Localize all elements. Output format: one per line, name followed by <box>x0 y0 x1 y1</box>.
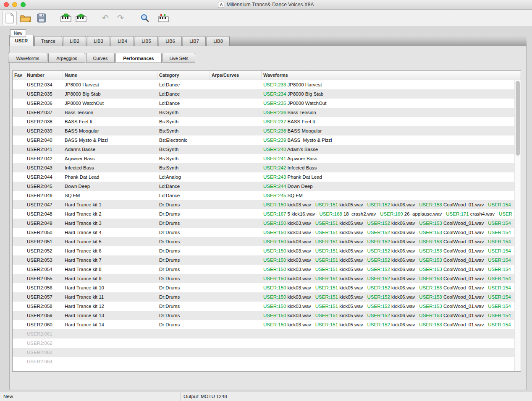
table-row[interactable]: USER2:035JP8000 Big StabLd:DanceUSER:234… <box>13 89 514 99</box>
waveform-id-link[interactable]: USER:150 <box>263 267 286 272</box>
waveform-id-link[interactable]: USER:152 <box>367 248 390 253</box>
waveform-id-link[interactable]: USER:239 <box>263 138 286 143</box>
undo-button[interactable]: ↶ <box>98 11 113 25</box>
keyboard-sync-button[interactable] <box>156 11 170 25</box>
waveform-id-link[interactable]: USER:152 <box>367 267 390 272</box>
waveform-id-link[interactable]: USER:151 <box>315 267 338 272</box>
table-row[interactable]: USER2:040BASS Mysto & PizziBs:Electronic… <box>13 135 514 145</box>
table-row[interactable]: USER2:051Hard Trance kit 5Dr:DrumsUSER:1… <box>13 237 514 246</box>
redo-button[interactable]: ↷ <box>113 11 128 25</box>
waveform-id-link[interactable]: USER:150 <box>263 248 286 253</box>
waveform-id-link[interactable]: USER:151 <box>315 221 338 226</box>
waveform-id-link[interactable]: USER:244 <box>263 184 286 189</box>
waveform-id-link[interactable]: USER:150 <box>263 276 286 281</box>
tab-performances[interactable]: Performances <box>115 53 162 63</box>
waveform-id-link[interactable]: USER:154 <box>488 322 511 327</box>
waveform-id-link[interactable]: USER:153 <box>419 239 442 244</box>
table-row[interactable]: USER2:062 <box>13 339 514 348</box>
waveform-id-link[interactable]: USER:234 <box>263 91 286 96</box>
table-row[interactable]: USER2:041Adam's BasseBs:SynthUSER:240 Ad… <box>13 145 514 154</box>
table-row[interactable]: USER2:048Hard Trance kit 2Dr:DrumsUSER:1… <box>13 209 514 219</box>
waveform-id-link[interactable]: USER:237 <box>263 119 286 124</box>
search-button[interactable] <box>138 11 152 25</box>
waveform-id-link[interactable]: USER:153 <box>419 258 442 263</box>
receive-from-keyboard-button[interactable] <box>59 11 73 25</box>
waveform-id-link[interactable]: USER:152 <box>367 258 390 263</box>
table-row[interactable]: USER2:038BASS Feel ItBs:SynthUSER:237 BA… <box>13 117 514 126</box>
open-button[interactable] <box>18 11 33 25</box>
waveform-id-link[interactable]: USER:151 <box>315 258 338 263</box>
tab-waveforms[interactable]: Waveforms <box>8 53 47 63</box>
waveform-id-link[interactable]: USER:242 <box>263 165 286 170</box>
table-row[interactable]: USER2:054Hard Trance kit 8Dr:DrumsUSER:1… <box>13 265 514 274</box>
vertical-scrollbar[interactable] <box>514 80 521 371</box>
waveform-id-link[interactable]: USER:153 <box>419 294 442 299</box>
bank-tab-lib3[interactable]: LIB3 <box>87 36 110 46</box>
waveform-id-link[interactable]: USER:150 <box>263 322 286 327</box>
table-row[interactable]: USER2:052Hard Trance kit 6Dr:DrumsUSER:1… <box>13 246 514 255</box>
waveform-id-link[interactable]: USER:150 <box>263 258 286 263</box>
table-row[interactable]: USER2:056Hard Trance kit 10Dr:DrumsUSER:… <box>13 283 514 292</box>
waveform-id-link[interactable]: USER:150 <box>263 313 286 318</box>
table-row[interactable]: USER2:049Hard Trance kit 3Dr:DrumsUSER:1… <box>13 219 514 228</box>
table-row[interactable]: USER2:050Hard Trance kit 4Dr:DrumsUSER:1… <box>13 228 514 237</box>
column-header-fav[interactable]: Fav <box>13 71 25 80</box>
waveform-id-link[interactable]: USER:154 <box>488 276 511 281</box>
table-row[interactable]: USER2:034JP8000 HarvestLd:DanceUSER:233 … <box>13 80 514 89</box>
waveform-id-link[interactable]: USER:153 <box>419 313 442 318</box>
waveform-id-link[interactable]: USER:153 <box>419 230 442 235</box>
waveform-id-link[interactable]: USER:154 <box>488 258 511 263</box>
bank-tab-lib7[interactable]: LIB7 <box>183 36 206 46</box>
waveform-id-link[interactable]: USER:171 <box>446 211 469 216</box>
tab-arpeggios[interactable]: Arpeggios <box>48 53 85 63</box>
waveform-id-link[interactable]: USER:150 <box>263 221 286 226</box>
column-header-number[interactable]: Number <box>25 71 63 80</box>
table-row[interactable]: USER2:039BASS MoogularBs:SynthUSER:238 B… <box>13 126 514 135</box>
waveform-id-link[interactable]: USER:152 <box>367 313 390 318</box>
waveform-id-link[interactable]: USER:153 <box>419 322 442 327</box>
waveform-id-link[interactable]: USER:154 <box>488 313 511 318</box>
bank-tab-lib8[interactable]: LIB8 <box>207 36 230 46</box>
waveform-id-link[interactable]: USER:169 <box>380 211 403 216</box>
waveform-id-link[interactable]: USER:168 <box>319 211 342 216</box>
table-row[interactable]: USER2:055Hard Trance kit 9Dr:DrumsUSER:1… <box>13 274 514 283</box>
waveform-id-link[interactable]: USER:153 <box>419 221 442 226</box>
waveform-id-link[interactable]: USER:154 <box>488 294 511 299</box>
waveform-id-link[interactable]: USER:150 <box>263 285 286 290</box>
waveform-id-link[interactable]: USER:153 <box>419 304 442 309</box>
waveform-id-link[interactable]: USER:233 <box>263 82 286 87</box>
tab-curves[interactable]: Curves <box>86 53 115 63</box>
waveform-id-link[interactable]: USER:238 <box>263 128 286 133</box>
waveform-id-link[interactable]: USER:152 <box>367 304 390 309</box>
waveform-id-link[interactable]: USER:153 <box>419 248 442 253</box>
waveform-id-link[interactable]: USER:154 <box>488 285 511 290</box>
table-row[interactable]: USER2:046SQ FMLd:DanceUSER:245 SQ FM <box>13 191 514 200</box>
waveform-id-link[interactable]: USER:152 <box>367 221 390 226</box>
table-row[interactable]: USER2:064 <box>13 357 514 366</box>
column-header-waveforms[interactable]: Waveforms <box>262 71 521 80</box>
waveform-id-link[interactable]: USER:153 <box>419 285 442 290</box>
waveform-id-link[interactable]: USER:154 <box>488 304 511 309</box>
table-row[interactable]: USER2:042Arpwner BassBs:SynthUSER:241 Ar… <box>13 154 514 163</box>
waveform-id-link[interactable]: USER:167 <box>263 211 286 216</box>
waveform-id-link[interactable]: USER:151 <box>315 322 338 327</box>
waveform-id-link[interactable]: USER:240 <box>263 147 286 152</box>
table-row[interactable]: USER2:057Hard Trance kit 11Dr:DrumsUSER:… <box>13 292 514 302</box>
waveform-id-link[interactable]: USER:154 <box>488 248 511 253</box>
waveform-id-link[interactable]: USER:154 <box>488 239 511 244</box>
table-row[interactable]: USER2:059Hard Trance kit 13Dr:DrumsUSER:… <box>13 311 514 320</box>
waveform-id-link[interactable]: USER:151 <box>315 230 338 235</box>
waveform-id-link[interactable]: USER:150 <box>263 239 286 244</box>
waveform-id-link[interactable]: USER:151 <box>315 239 338 244</box>
column-header-arps[interactable]: Arps/Curves <box>210 71 262 80</box>
waveform-id-link[interactable]: USER:153 <box>419 267 442 272</box>
table-row[interactable]: USER2:036JP8000 WatchOutLd:DanceUSER:235… <box>13 99 514 108</box>
waveform-id-link[interactable]: USER:151 <box>315 248 338 253</box>
waveform-id-link[interactable]: USER:151 <box>315 304 338 309</box>
waveform-id-link[interactable]: USER:243 <box>263 174 286 180</box>
waveform-id-link[interactable]: USER:150 <box>263 294 286 299</box>
bank-tab-lib4[interactable]: LIB4 <box>111 36 134 46</box>
table-row[interactable]: USER2:045Down DeepLd:DanceUSER:244 Down … <box>13 182 514 191</box>
bank-tab-lib2[interactable]: LIB2 <box>63 36 86 46</box>
waveform-id-link[interactable]: USER <box>499 211 512 216</box>
